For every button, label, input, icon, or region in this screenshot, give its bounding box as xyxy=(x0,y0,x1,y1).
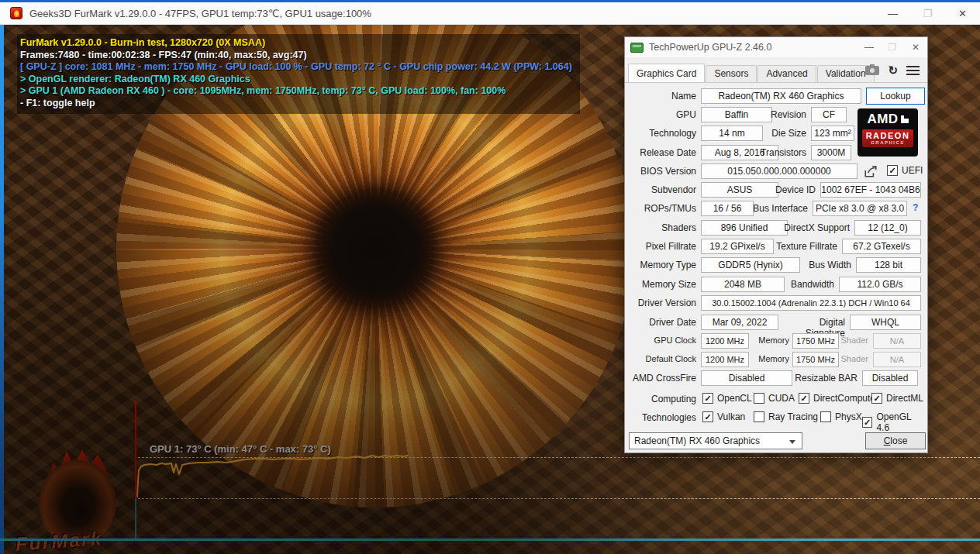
bios-share-icon[interactable] xyxy=(864,164,878,181)
card-select-value: Radeon(TM) RX 460 Graphics xyxy=(634,435,760,446)
bios-value: 015.050.000.000.000000 xyxy=(701,163,858,179)
refresh-icon[interactable]: ↻ xyxy=(888,66,898,75)
furmark-window: Geeks3D FurMark v1.29.0.0 - 47FPS, GPU1 … xyxy=(0,0,980,554)
osd-line-gpu1: > GPU 1 (AMD Radeon RX 460 ) - core: 109… xyxy=(20,85,572,98)
default-clock-memory-label: Memory xyxy=(754,354,789,363)
gpu-clock-label: GPU Clock xyxy=(631,335,696,345)
vulkan-label: Vulkan xyxy=(717,411,745,422)
memory-type-value: GDDR5 (Hynix) xyxy=(701,257,800,273)
technology-label: Technology xyxy=(631,128,696,139)
logo-donut-hole xyxy=(65,491,93,527)
gpu-clock-memory-label: Memory xyxy=(754,335,789,345)
gpu-clock-shader-value: N/A xyxy=(873,333,921,349)
bus-width-label: Bus Width xyxy=(803,260,851,270)
uefi-label: UEFI xyxy=(902,165,923,176)
cuda-checkbox[interactable] xyxy=(754,393,764,404)
directml-label: DirectML xyxy=(886,393,923,404)
rops-tmus-value: 16 / 56 xyxy=(701,201,754,216)
amd-wordmark: AMD xyxy=(867,112,898,127)
physx-checkbox[interactable] xyxy=(820,411,831,422)
resizable-bar-label: Resizable BAR xyxy=(794,373,858,384)
gpuz-maximize-icon: ❐ xyxy=(881,37,904,57)
gpu-temp-graph-line xyxy=(132,428,411,505)
bandwidth-value: 112.0 GB/s xyxy=(839,277,921,292)
gpu-clock-value: 1200 MHz xyxy=(701,333,749,349)
pixel-fillrate-label: Pixel Fillrate xyxy=(631,241,696,252)
lookup-button[interactable]: Lookup xyxy=(866,88,925,105)
tab-sensors[interactable]: Sensors xyxy=(706,65,757,82)
furmark-window-title: Geeks3D FurMark v1.29.0.0 - 47FPS, GPU1 … xyxy=(29,8,371,19)
amd-arrow-mark xyxy=(901,115,909,123)
driver-date-value: Mar 09, 2022 xyxy=(701,315,778,330)
ray-tracing-label: Ray Tracing xyxy=(768,411,818,422)
close-icon[interactable]: ✕ xyxy=(945,2,980,25)
default-clock-shader-value: N/A xyxy=(873,352,921,367)
die-size-label: Die Size xyxy=(747,128,806,139)
driver-date-label: Driver Date xyxy=(631,317,696,328)
chevron-down-icon xyxy=(789,440,795,444)
osd-line-help: - F1: toggle help xyxy=(20,98,572,110)
osd-line-title: FurMark v1.29.0.0 - Burn-in test, 1280x7… xyxy=(20,37,572,50)
gpuz-titlebar[interactable]: TechPowerUp GPU-Z 2.46.0 — ❐ ✕ xyxy=(625,37,927,57)
die-size-value: 123 mm² xyxy=(811,126,854,141)
name-value: Radeon(TM) RX 460 Graphics xyxy=(701,88,861,104)
bus-width-value: 128 bit xyxy=(856,257,921,273)
gpu-clock-shader-label: Shader xyxy=(837,335,868,345)
gpuz-app-icon xyxy=(630,43,644,53)
digital-signature-value: WHQL xyxy=(850,315,921,330)
screenshot-camera-icon[interactable] xyxy=(865,66,879,75)
name-label: Name xyxy=(631,91,696,102)
opengl-label: OpenGL 4.6 xyxy=(876,411,924,433)
furmark-titlebar[interactable]: Geeks3D FurMark v1.29.0.0 - 47FPS, GPU1 … xyxy=(0,2,980,25)
tab-graphics-card[interactable]: Graphics Card xyxy=(628,64,705,82)
opengl-checkbox[interactable]: ✓ xyxy=(862,417,872,428)
technologies-label: Technologies xyxy=(631,412,696,423)
memory-size-value: 2048 MB xyxy=(701,277,785,292)
minimize-icon[interactable]: — xyxy=(875,2,910,25)
maximize-icon[interactable]: ❐ xyxy=(910,2,945,25)
furmark-app-icon xyxy=(10,7,22,19)
vulkan-checkbox[interactable]: ✓ xyxy=(702,411,713,422)
directml-checkbox[interactable]: ✓ xyxy=(871,393,882,404)
card-select-dropdown[interactable]: Radeon(TM) RX 460 Graphics xyxy=(629,432,802,449)
crossfire-value: Disabled xyxy=(701,370,792,386)
gpu-clock-memory-value: 1750 MHz xyxy=(792,333,839,349)
crossfire-label: AMD CrossFire xyxy=(631,373,696,384)
device-id-value: 1002 67EF - 1043 04B6 xyxy=(820,182,921,198)
resizable-bar-value: Disabled xyxy=(862,370,918,386)
render-border-left xyxy=(0,25,4,554)
hamburger-menu-icon[interactable] xyxy=(906,66,920,75)
tab-advanced[interactable]: Advanced xyxy=(757,65,816,82)
computing-label: Computing xyxy=(631,394,696,404)
default-clock-memory-value: 1750 MHz xyxy=(792,352,839,367)
opencl-checkbox[interactable]: ✓ xyxy=(702,393,713,404)
pixel-fillrate-value: 19.2 GPixel/s xyxy=(701,239,774,254)
driver-version-value: 30.0.15002.1004 (Adrenalin 22.3.1) DCH /… xyxy=(701,295,921,311)
bandwidth-label: Bandwidth xyxy=(786,279,834,290)
transistors-label: Transistors xyxy=(747,147,806,158)
close-button[interactable]: Close xyxy=(865,432,926,449)
bus-interface-help-icon[interactable]: ? xyxy=(913,202,918,213)
default-clock-value: 1200 MHz xyxy=(701,352,749,367)
revision-value: CF xyxy=(811,107,847,122)
tabbar-divider xyxy=(625,82,927,83)
bus-interface-label: Bus Interface xyxy=(747,203,808,214)
osd-line-renderer: > OpenGL renderer: Radeon(TM) RX 460 Gra… xyxy=(20,74,572,86)
gpuz-close-icon[interactable]: ✕ xyxy=(904,37,927,57)
gpuz-window-title: TechPowerUp GPU-Z 2.46.0 xyxy=(649,42,771,53)
gpuz-minimize-icon[interactable]: — xyxy=(858,37,881,57)
directx-label: DirectX Support xyxy=(771,222,850,233)
uefi-checkbox[interactable]: ✓ xyxy=(887,165,898,176)
ray-tracing-checkbox[interactable] xyxy=(754,411,764,422)
osd-line-frames: Frames:7480 - time:00:02:38 - FPS:47 (mi… xyxy=(20,50,572,62)
transistors-value: 3000M xyxy=(811,145,851,160)
memory-size-label: Memory Size xyxy=(631,279,696,290)
bios-label: BIOS Version xyxy=(631,166,696,177)
rops-tmus-label: ROPs/TMUs xyxy=(631,203,696,214)
physx-label: PhysX xyxy=(835,411,862,422)
directcompute-label: DirectCompute xyxy=(813,393,875,404)
osd-overlay: FurMark v1.29.0.0 - Burn-in test, 1280x7… xyxy=(17,34,580,114)
memory-type-label: Memory Type xyxy=(631,260,696,270)
directcompute-checkbox[interactable]: ✓ xyxy=(799,393,809,404)
texture-fillrate-value: 67.2 GTexel/s xyxy=(842,239,921,254)
